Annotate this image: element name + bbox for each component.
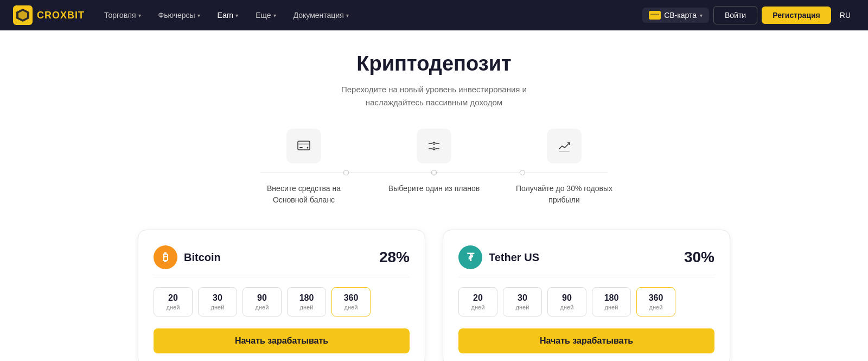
bitcoin-rate: 28% xyxy=(379,249,410,266)
cards-section: ₿ Bitcoin 28% 20 дней 30 дней 90 дней xyxy=(138,230,730,361)
tether-day-30[interactable]: 30 дней xyxy=(503,287,542,316)
nav-more[interactable]: Еще ▾ xyxy=(249,7,283,24)
nav-docs[interactable]: Документация ▾ xyxy=(287,7,355,24)
bitcoin-day-180[interactable]: 180 дней xyxy=(287,287,326,316)
step-2 xyxy=(374,129,494,172)
step-3-label: Получайте до 30% годовыхприбыли xyxy=(516,183,612,206)
chevron-down-icon: ▾ xyxy=(346,12,349,18)
tether-day-20[interactable]: 20 дней xyxy=(458,287,497,316)
bitcoin-icon: ₿ xyxy=(154,245,177,269)
tether-divider xyxy=(458,277,714,277)
tether-card-header: ₮ Tether US 30% xyxy=(458,245,714,269)
plan-icon xyxy=(426,138,442,154)
svg-rect-6 xyxy=(298,143,310,145)
card-icon xyxy=(649,11,661,20)
step-1-label: Внесите средства наОсновной баланс xyxy=(267,183,341,206)
bitcoin-day-20[interactable]: 20 дней xyxy=(154,287,193,316)
steps-section: Внесите средства наОсновной баланс Выбер… xyxy=(244,129,624,206)
page-title: Криптодепозит xyxy=(356,52,511,75)
nav-futures[interactable]: Фьючерсы ▾ xyxy=(152,7,207,24)
chevron-down-icon: ▾ xyxy=(273,12,276,18)
deposit-icon xyxy=(296,138,311,154)
page-subtitle: Переходите на новый уровень инвестирован… xyxy=(341,83,527,109)
navbar: CROXBIT Торговля ▾ Фьючерсы ▾ Earn ▾ Еще… xyxy=(0,0,868,30)
step-3 xyxy=(505,129,624,172)
chevron-down-icon: ▾ xyxy=(700,12,703,18)
bitcoin-start-button[interactable]: Начать зарабатывать xyxy=(154,328,410,353)
tether-days-row: 20 дней 30 дней 90 дней 180 дней 360 д xyxy=(458,287,714,316)
nav-trading[interactable]: Торговля ▾ xyxy=(98,7,147,24)
register-button[interactable]: Регистрация xyxy=(762,7,831,24)
steps-icons xyxy=(244,129,624,172)
nav-earn[interactable]: Earn ▾ xyxy=(211,7,245,24)
svg-point-8 xyxy=(307,147,309,149)
profit-icon-box xyxy=(547,129,582,163)
steps-labels: Внесите средства наОсновной баланс Выбер… xyxy=(244,183,624,206)
bitcoin-name: Bitcoin xyxy=(184,251,221,264)
tether-rate: 30% xyxy=(684,249,714,266)
cb-card-nav[interactable]: СВ-карта ▾ xyxy=(642,8,709,23)
chevron-down-icon: ▾ xyxy=(235,12,238,18)
tether-name: Tether US xyxy=(489,251,539,264)
step-1 xyxy=(244,129,363,172)
tether-day-90[interactable]: 90 дней xyxy=(547,287,586,316)
bitcoin-card: ₿ Bitcoin 28% 20 дней 30 дней 90 дней xyxy=(138,230,425,361)
tether-icon: ₮ xyxy=(458,245,482,269)
tether-day-360[interactable]: 360 дней xyxy=(636,287,675,316)
logo[interactable]: CROXBIT xyxy=(13,5,85,25)
login-button[interactable]: Войти xyxy=(713,6,757,24)
steps-connector xyxy=(244,170,624,175)
bitcoin-day-90[interactable]: 90 дней xyxy=(242,287,282,316)
deposit-icon-box xyxy=(286,129,321,163)
svg-rect-4 xyxy=(650,14,659,15)
plan-icon-box xyxy=(417,129,451,163)
tether-card: ₮ Tether US 30% 20 дней 30 дней 90 дней xyxy=(443,230,730,361)
tether-day-180[interactable]: 180 дней xyxy=(592,287,631,316)
svg-point-11 xyxy=(433,148,435,150)
bitcoin-day-360[interactable]: 360 дней xyxy=(331,287,371,316)
bitcoin-card-header: ₿ Bitcoin 28% xyxy=(154,245,410,269)
svg-rect-3 xyxy=(650,12,659,18)
main-content: Криптодепозит Переходите на новый уровен… xyxy=(0,30,868,361)
svg-rect-5 xyxy=(298,141,310,150)
chevron-down-icon: ▾ xyxy=(197,12,200,18)
svg-point-9 xyxy=(433,142,435,144)
profit-icon xyxy=(557,138,572,154)
svg-rect-7 xyxy=(299,147,303,148)
bitcoin-day-30[interactable]: 30 дней xyxy=(198,287,237,316)
chevron-down-icon: ▾ xyxy=(138,12,141,18)
bitcoin-divider xyxy=(154,277,410,277)
language-selector[interactable]: RU xyxy=(835,11,855,20)
step-2-label: Выберите один из планов xyxy=(388,183,480,194)
tether-start-button[interactable]: Начать зарабатывать xyxy=(458,328,714,353)
bitcoin-days-row: 20 дней 30 дней 90 дней 180 дней 360 д xyxy=(154,287,410,316)
